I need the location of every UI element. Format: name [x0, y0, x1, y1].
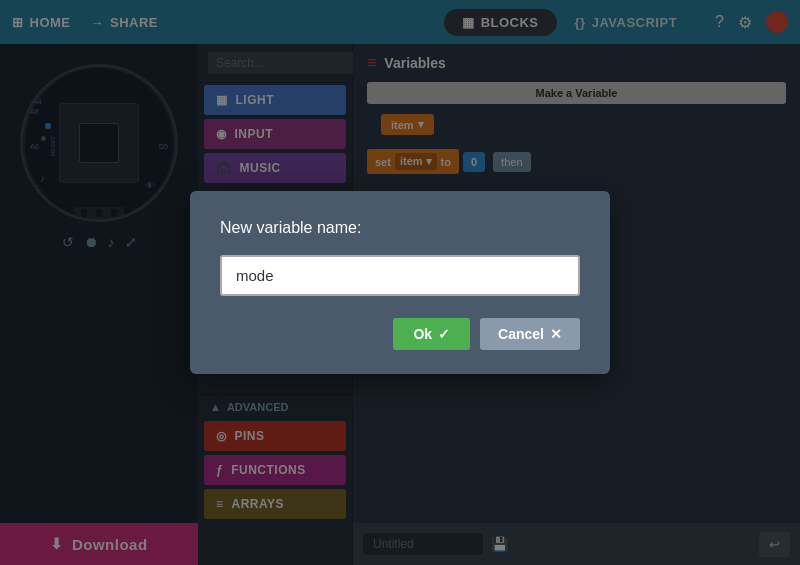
ok-check-icon: ✓: [438, 326, 450, 342]
new-variable-modal: New variable name: Ok ✓ Cancel ✕: [190, 191, 610, 374]
modal-title: New variable name:: [220, 219, 580, 237]
modal-buttons: Ok ✓ Cancel ✕: [220, 318, 580, 350]
modal-overlay: New variable name: Ok ✓ Cancel ✕: [0, 0, 800, 565]
cancel-x-icon: ✕: [550, 326, 562, 342]
cancel-button[interactable]: Cancel ✕: [480, 318, 580, 350]
ok-label: Ok: [413, 326, 432, 342]
cancel-label: Cancel: [498, 326, 544, 342]
ok-button[interactable]: Ok ✓: [393, 318, 470, 350]
variable-name-input[interactable]: [220, 255, 580, 296]
